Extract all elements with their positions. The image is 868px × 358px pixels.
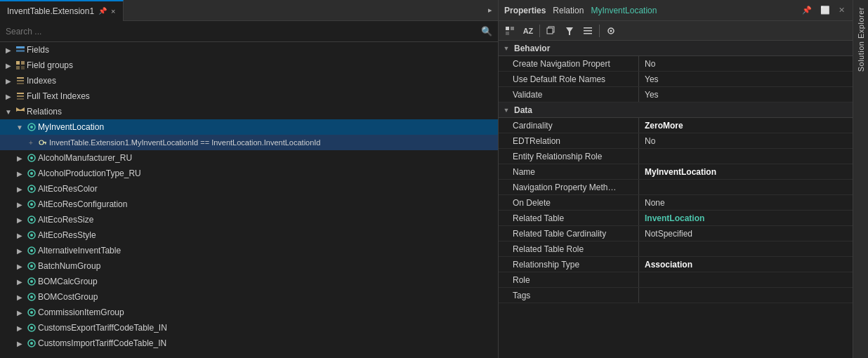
node-label-commissionitemgroup: CommissionItemGroup	[38, 307, 498, 317]
prop-value-name[interactable]: MyInventLocation	[639, 167, 853, 177]
copy-button[interactable]	[543, 23, 560, 39]
tree-node-altecoressize[interactable]: ▶ AltEcoResSize	[0, 212, 498, 227]
expander-fulltextindexes: ▶	[3, 93, 14, 100]
tree-node-customsimporttariff[interactable]: ▶ CustomsImportTariffCodeTable_IN	[0, 336, 498, 351]
tree-node-commissionitemgroup[interactable]: ▶ CommissionItemGroup	[0, 305, 498, 320]
solution-explorer-label: Solution Explorer	[857, 7, 865, 72]
tab-inventtable[interactable]: InventTable.Extension1 📌 ×	[0, 0, 124, 21]
svg-point-35	[30, 265, 33, 267]
tree-node-fieldgroups[interactable]: ▶ Field groups	[0, 58, 498, 73]
prop-value-cardinality[interactable]: ZeroMore	[639, 121, 853, 131]
node-label-altecoresstyle: AltEcoResStyle	[38, 230, 498, 240]
tree-node-fulltextindexes[interactable]: ▶ Full Text Indexes	[0, 88, 498, 104]
prop-value-use-default-role[interactable]: Yes	[639, 74, 853, 84]
svg-point-25	[30, 187, 33, 190]
svg-point-29	[30, 218, 33, 221]
section-title-data: Data	[514, 105, 532, 115]
svg-rect-11	[17, 98, 24, 100]
tree-node-fields[interactable]: ▶ Fields	[0, 42, 498, 58]
node-label-batchnumgroup: BatchNumGroup	[38, 261, 498, 271]
svg-point-27	[30, 203, 33, 206]
node-label-customsexporttariff: CustomsExportTariffCodeTable_IN	[38, 323, 498, 333]
prop-value-on-delete[interactable]: None	[639, 198, 853, 208]
close-properties-button[interactable]: ✕	[836, 4, 847, 16]
svg-point-39	[30, 296, 33, 298]
prop-name-related-table-cardinality: Related Table Cardinality	[499, 226, 639, 241]
right-panel: Properties Relation MyInventLocation 📌 ⬜…	[499, 0, 853, 358]
properties-title: Properties	[504, 6, 546, 15]
relation-item-icon-13	[25, 322, 38, 333]
node-label-indexes: Indexes	[27, 76, 498, 86]
expander-alcoholproductiontype: ▶	[14, 170, 25, 178]
prop-value-relationship-type[interactable]: Association	[639, 260, 853, 270]
tree-node-relations[interactable]: ▼ Relations	[0, 104, 498, 119]
settings-button[interactable]	[603, 23, 619, 39]
tab-overflow-arrow[interactable]: ▸	[482, 6, 498, 15]
pin-button[interactable]: 📌	[800, 4, 814, 16]
tree-node-bomcostgroup[interactable]: ▶ BOMCostGroup	[0, 289, 498, 305]
tree-node-inventlocationid[interactable]: + InventTable.Extension1.MyInventLocatio…	[0, 135, 498, 150]
prop-value-related-table-cardinality[interactable]: NotSpecified	[639, 229, 853, 239]
fulltextindexes-icon	[14, 91, 27, 102]
expander-altecoresconfig: ▶	[14, 201, 25, 208]
prop-name-name: Name	[499, 164, 639, 179]
alphabetical-view-button[interactable]: AZ	[520, 23, 537, 39]
tree-node-alcoholproductiontype[interactable]: ▶ AlcoholProductionType_RU	[0, 166, 498, 181]
prop-name-role: Role	[499, 272, 639, 287]
prop-value-edtrelation[interactable]: No	[639, 136, 853, 146]
tree-node-alternativeinventtable[interactable]: ▶ AlternativeInventTable	[0, 243, 498, 258]
node-label-altecorescolor: AltEcoResColor	[38, 184, 498, 194]
prop-name-use-default-role: Use Default Role Names	[499, 72, 639, 86]
svg-rect-52	[584, 27, 592, 29]
relation-item-icon-5	[25, 199, 38, 210]
section-title-behavior: Behavior	[514, 44, 550, 53]
node-label-myinventlocation: MyInventLocation	[38, 122, 498, 132]
expand-button[interactable]	[579, 23, 596, 39]
svg-rect-50	[547, 28, 553, 34]
toolbar-separator-2	[599, 25, 600, 37]
prop-row-create-navigation: Create Navigation Propert No	[499, 56, 853, 72]
tab-close-button[interactable]: ×	[111, 7, 115, 15]
tree-node-bomcalcgroup[interactable]: ▶ BOMCalcGroup	[0, 274, 498, 289]
prop-name-related-table-role: Related Table Role	[499, 241, 639, 256]
section-header-behavior[interactable]: ▼ Behavior	[499, 41, 853, 56]
props-table: ▼ Behavior Create Navigation Propert No …	[499, 41, 853, 358]
prop-value-validate[interactable]: Yes	[639, 90, 853, 100]
node-label-fulltextindexes: Full Text Indexes	[27, 91, 498, 101]
tree-node-alcoholmanufacturer[interactable]: ▶ AlcoholManufacturer_RU	[0, 150, 498, 166]
float-button[interactable]: ⬜	[818, 4, 832, 16]
node-label-alternativeinventtable: AlternativeInventTable	[38, 246, 498, 256]
prop-row-related-table: Related Table InventLocation	[499, 211, 853, 226]
section-header-data[interactable]: ▼ Data	[499, 102, 853, 118]
prop-value-related-table[interactable]: InventLocation	[639, 213, 853, 223]
tree-node-indexes[interactable]: ▶ Indexes	[0, 73, 498, 88]
expander-altecoressize: ▶	[14, 216, 25, 224]
prop-name-edtrelation: EDTRelation	[499, 133, 639, 148]
node-label-altecoresconfig: AltEcoResConfiguration	[38, 199, 498, 209]
tab-bar: InventTable.Extension1 📌 × ▸	[0, 0, 498, 21]
search-input[interactable]	[6, 27, 481, 37]
tab-pin-icon[interactable]: 📌	[98, 1, 107, 22]
node-label-bomcostgroup: BOMCostGroup	[38, 292, 498, 302]
tree-node-altecorescolor[interactable]: ▶ AltEcoResColor	[0, 181, 498, 197]
tree-node-batchnumgroup[interactable]: ▶ BatchNumGroup	[0, 258, 498, 274]
node-label-fieldgroups: Field groups	[27, 60, 498, 70]
fieldgroups-icon	[14, 60, 27, 71]
section-collapse-behavior: ▼	[501, 45, 511, 52]
prop-value-create-navigation[interactable]: No	[639, 59, 853, 69]
categorized-view-button[interactable]	[501, 23, 518, 39]
tree-node-altecoresstyle[interactable]: ▶ AltEcoResStyle	[0, 227, 498, 243]
svg-rect-10	[17, 95, 24, 97]
svg-point-56	[610, 29, 612, 32]
prop-name-cardinality: Cardinality	[499, 118, 639, 133]
tree-node-altecoresconfig[interactable]: ▶ AltEcoResConfiguration	[0, 197, 498, 212]
relation-value-header: MyInventLocation	[591, 6, 657, 15]
tree-node-myinventlocation[interactable]: ▼ MyInventLocation	[0, 119, 498, 135]
expander-altecorescolor: ▶	[14, 185, 25, 193]
search-bar: 🔍	[0, 21, 498, 42]
svg-rect-9	[17, 93, 24, 94]
filter-button[interactable]	[561, 23, 578, 39]
prop-name-related-table: Related Table	[499, 211, 639, 225]
tree-node-customsexporttariff[interactable]: ▶ CustomsExportTariffCodeTable_IN	[0, 320, 498, 336]
prop-name-relationship-type: Relationship Type	[499, 257, 639, 272]
